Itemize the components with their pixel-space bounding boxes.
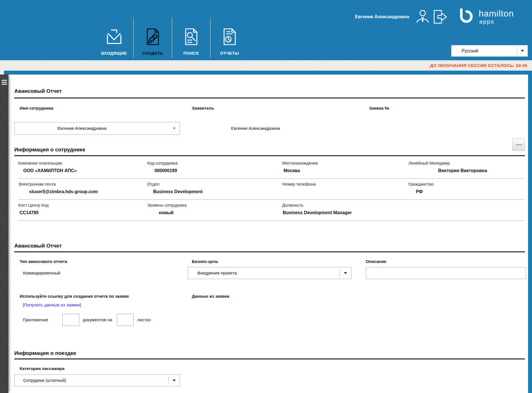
app-header: ВХОДЯЩИЕ СОЗДАТЬ: [0, 0, 532, 60]
side-rail: [0, 75, 8, 393]
field-label: Компания плательщик: [18, 161, 147, 166]
applicant-cell: Заявитель Евгения Александровна: [192, 106, 365, 135]
passenger-category-label: Категория пассажира: [14, 366, 525, 371]
nav-label: СОЗДАТЬ: [142, 51, 163, 56]
panel-top-border: [4, 71, 532, 75]
user-area: Евгения Александровна: [355, 8, 448, 26]
business-goal-label: Бизнес-цель: [188, 259, 361, 264]
logout-icon[interactable]: [432, 9, 448, 25]
search-icon: [182, 28, 200, 47]
trip-info-title: Информация о поездке: [14, 350, 525, 359]
applicant-value: Евгения Александровна: [192, 122, 365, 135]
user-profile-icon[interactable]: [415, 9, 430, 25]
attachment-suffix-label: листах: [137, 317, 151, 322]
description-input[interactable]: [366, 267, 526, 279]
field-value: Виктория Викторовна: [408, 168, 525, 174]
brand-text: hamilton apps: [479, 9, 514, 24]
brand-name: hamilton: [479, 9, 514, 18]
top-form-grid: Имя сотрудника Евгения Александровна × З…: [14, 106, 525, 135]
brand-sub: apps: [479, 19, 514, 24]
field-label: Код сотрудника: [147, 161, 282, 166]
create-icon: [144, 28, 162, 47]
attachment-middle-label: документов на: [83, 317, 112, 322]
field-label: Местонахождение: [282, 161, 408, 166]
field-label: Уровень сотрудника: [147, 203, 282, 208]
hamburger-menu-icon[interactable]: [2, 80, 7, 85]
passenger-category-value: Сотрудник (штатный): [15, 378, 66, 383]
attachment-label: Приложение: [23, 317, 48, 322]
advance-report-labels: Тип авансового отчета Бизнес-цель Описан…: [14, 259, 525, 264]
content-panel: Авансовый Отчет Имя сотрудника Евгения А…: [8, 75, 528, 393]
field-value: РФ: [408, 189, 525, 195]
chevron-down-icon: [521, 50, 524, 52]
attachment-docs-input[interactable]: [62, 314, 79, 326]
field-label: Должность: [282, 203, 408, 208]
request-no-cell: Заявка №: [365, 106, 525, 135]
nav-item-inbox[interactable]: ВХОДЯЩИЕ: [95, 17, 133, 58]
attachment-sheets-input[interactable]: [117, 314, 134, 326]
field-label: Гражданство: [408, 182, 525, 187]
user-name: Евгения Александровна: [355, 14, 409, 19]
nav-label: ОТЧЕТЫ: [220, 51, 239, 56]
panel-right-border: [528, 71, 532, 393]
report-type-value: Командировочный: [14, 267, 188, 279]
clear-icon[interactable]: ×: [173, 122, 176, 134]
employee-info-grid: Компания плательщик ООО «ХАМИЛТОН АПС» К…: [14, 161, 525, 221]
nav-item-reports[interactable]: ОТЧЕТЫ: [210, 17, 248, 58]
passenger-category-dropdown-button[interactable]: [168, 376, 179, 384]
collapse-section-button[interactable]: [512, 138, 525, 151]
advance-report-controls: Командировочный Внедрение проекта: [14, 267, 525, 279]
employee-info-title: Информация о сотруднике: [14, 147, 525, 156]
get-request-data-link[interactable]: [Получить данные из заявки]: [23, 302, 81, 308]
field-value: [282, 189, 408, 195]
employee-name-input[interactable]: Евгения Александровна ×: [14, 122, 180, 135]
field-label: Номер телефона: [282, 182, 408, 187]
info-row: Электронная почта stuser5@zimbra.hds-gro…: [18, 179, 525, 200]
hamilton-logo-icon: [458, 7, 476, 26]
field-value: 000000199: [147, 168, 282, 174]
language-select[interactable]: Русский: [451, 45, 528, 57]
attachment-row: Приложение документов на листах: [14, 314, 525, 326]
language-dropdown-button[interactable]: [517, 47, 528, 55]
request-data-label: Данные из заявки: [188, 294, 525, 299]
info-row: Кост Центр Код CC14785 Уровень сотрудник…: [18, 200, 525, 221]
info-row: Компания плательщик ООО «ХАМИЛТОН АПС» К…: [18, 161, 525, 179]
description-label: Описание: [361, 259, 525, 264]
nav-item-search[interactable]: ПОИСК: [172, 17, 210, 58]
session-bar: ДО ОКОНЧАНИЯ СЕССИИ ОСТАЛОСЬ: 29:45: [0, 60, 532, 71]
request-no-label: Заявка №: [365, 106, 525, 111]
business-goal-value: Внедрение проекта: [188, 271, 237, 276]
language-value: Русский: [452, 48, 478, 54]
passenger-category-select[interactable]: Сотрудник (штатный): [14, 374, 180, 387]
page-title: Авансовый Отчет: [14, 88, 525, 98]
reports-icon: [221, 28, 239, 47]
main-nav: ВХОДЯЩИЕ СОЗДАТЬ: [95, 17, 248, 58]
request-no-value: [365, 122, 525, 135]
chevron-down-icon: [344, 272, 347, 274]
field-label: Отдел: [147, 182, 282, 187]
field-value: Москва: [282, 168, 408, 174]
nav-item-create[interactable]: СОЗДАТЬ: [133, 17, 172, 58]
business-goal-dropdown-button[interactable]: [340, 269, 351, 277]
applicant-label: Заявитель: [192, 106, 365, 111]
session-timer-text: ДО ОКОНЧАНИЯ СЕССИИ ОСТАЛОСЬ: 29:45: [430, 63, 527, 68]
employee-name-cell: Имя сотрудника Евгения Александровна ×: [14, 106, 192, 135]
field-value: stuser5@zimbra.hds-group.com: [18, 189, 147, 195]
inbox-icon: [105, 28, 123, 47]
chevron-down-icon: [172, 380, 176, 382]
employee-name-value: Евгения Александровна: [15, 126, 106, 131]
field-label: Электронная почта: [18, 182, 147, 187]
main-area: Авансовый Отчет Имя сотрудника Евгения А…: [0, 71, 532, 393]
link-hint-label: Используйте ссылку для создания отчета п…: [14, 294, 188, 299]
report-type-label: Тип авансового отчета: [14, 259, 188, 264]
field-value: Business Development Manager: [282, 210, 408, 216]
nav-label: ПОИСК: [183, 51, 199, 56]
minimize-icon: [516, 144, 522, 145]
field-value: ООО «ХАМИЛТОН АПС»: [18, 168, 147, 174]
field-label: Кост Центр Код: [18, 203, 147, 208]
employee-name-label: Имя сотрудника: [14, 106, 192, 111]
business-goal-select[interactable]: Внедрение проекта: [188, 267, 351, 279]
advance-report-title: Авансовый Отчет: [14, 243, 525, 252]
field-value: Business Development: [147, 189, 282, 195]
brand-logo: hamilton apps: [458, 7, 514, 26]
